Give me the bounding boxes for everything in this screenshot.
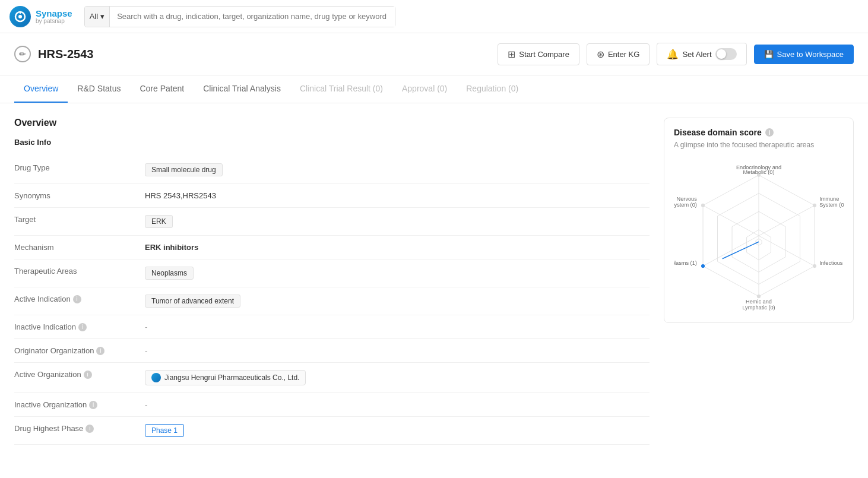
tab-core-patent[interactable]: Core Patent (131, 75, 194, 103)
kg-icon: ⊛ (597, 49, 604, 60)
inactive-org-info-icon[interactable]: i (89, 401, 97, 409)
svg-text:System (0): System (0) (674, 202, 697, 208)
disease-panel-desc: A glimpse into the focused therapeutic a… (674, 141, 844, 149)
field-drug-type: Drug Type Small molecule drug (14, 156, 650, 184)
label-target: Target (14, 215, 145, 224)
alert-toggle[interactable] (715, 48, 737, 60)
top-nav: Synapse by patsnap All ▾ (0, 0, 868, 33)
value-active-org: Jiangsu Hengrui Pharmaceuticals Co., Ltd… (145, 370, 306, 385)
save-label: Save to Workspace (777, 50, 844, 59)
field-originator-org: Originator Organization i - (14, 339, 650, 363)
tab-overview[interactable]: Overview (14, 75, 68, 103)
disease-panel-title: Disease domain score i (674, 128, 844, 137)
value-drug-highest-phase: Phase 1 (145, 424, 184, 437)
field-active-indication: Active Indication i Tumor of advanced ex… (14, 287, 650, 315)
save-to-workspace-button[interactable]: 💾 Save to Workspace (754, 45, 854, 64)
drug-title-area: ✏ HRS-2543 (14, 46, 93, 62)
svg-marker-11 (723, 242, 759, 259)
svg-point-13 (813, 204, 816, 207)
label-inactive-indication: Inactive Indication i (14, 322, 145, 331)
inactive-indication-info-icon[interactable]: i (78, 323, 87, 331)
field-mechanism: Mechanism ERK inhibitors (14, 236, 650, 259)
tab-regulation: Regulation (0) (457, 75, 528, 103)
target-tag: ERK (145, 215, 173, 228)
logo-sub: by patsnap (36, 18, 72, 24)
drug-name: HRS-2543 (38, 48, 93, 61)
logo-name: Synapse (36, 9, 72, 18)
drug-phase-tag: Phase 1 (145, 424, 184, 437)
chevron-down-icon: ▾ (100, 12, 104, 21)
field-synonyms: Synonyms HRS 2543,HRS2543 (14, 184, 650, 208)
enter-kg-label: Enter KG (608, 50, 639, 59)
tab-rd-status[interactable]: R&D Status (68, 75, 130, 103)
field-inactive-org: Inactive Organization i - (14, 393, 650, 417)
main-content: Overview Basic Info Drug Type Small mole… (0, 103, 868, 459)
set-alert-label: Set Alert (682, 50, 711, 59)
search-filter-container: All ▾ (84, 6, 395, 27)
value-mechanism: ERK inhibitors (145, 243, 198, 252)
originator-org-info-icon[interactable]: i (96, 347, 104, 355)
tab-bar: Overview R&D Status Core Patent Clinical… (0, 75, 868, 103)
therapeutic-area-tag: Neoplasms (145, 267, 194, 280)
value-target: ERK (145, 215, 173, 228)
active-indication-tag: Tumor of advanced extent (145, 295, 240, 308)
active-indication-info-icon[interactable]: i (73, 295, 81, 303)
disease-panel-info-icon[interactable]: i (765, 128, 774, 137)
drug-highest-phase-info-icon[interactable]: i (85, 425, 94, 433)
disease-panel-title-text: Disease domain score (674, 128, 762, 137)
drug-edit-icon[interactable]: ✏ (14, 46, 31, 62)
label-drug-highest-phase: Drug Highest Phase i (14, 424, 145, 433)
logo-area: Synapse by patsnap (9, 6, 72, 27)
disease-domain-panel: Disease domain score i A glimpse into th… (664, 118, 854, 323)
svg-text:Nervous: Nervous (677, 196, 698, 202)
value-synonyms: HRS 2543,HRS2543 (145, 191, 216, 200)
field-inactive-indication: Inactive Indication i - (14, 315, 650, 339)
label-active-org: Active Organization i (14, 370, 145, 379)
label-originator-org: Originator Organization i (14, 346, 145, 355)
svg-text:Immune: Immune (819, 196, 839, 202)
filter-value: All (90, 12, 98, 21)
org-logo-icon (151, 373, 161, 382)
field-active-org: Active Organization i Jiangsu Hengrui Ph… (14, 363, 650, 393)
label-therapeutic-areas: Therapeutic Areas (14, 267, 145, 276)
overview-section: Overview Basic Info Drug Type Small mole… (14, 118, 650, 445)
start-compare-button[interactable]: ⊞ Start Compare (498, 43, 579, 65)
svg-text:Metabolic (0): Metabolic (0) (743, 169, 774, 175)
drug-type-tag: Small molecule drug (145, 163, 223, 176)
search-input[interactable] (110, 7, 395, 27)
field-target: Target ERK (14, 208, 650, 236)
svg-text:Neoplasms (1): Neoplasms (1) (674, 260, 697, 266)
label-drug-type: Drug Type (14, 163, 145, 172)
label-synonyms: Synonyms (14, 191, 145, 200)
radar-chart-svg: Endocrinology and Metabolic (0) Immune S… (674, 159, 844, 313)
save-icon: 💾 (764, 50, 774, 59)
tab-approval: Approval (0) (392, 75, 457, 103)
value-drug-type: Small molecule drug (145, 163, 223, 176)
svg-point-16 (701, 264, 705, 268)
field-therapeutic-areas: Therapeutic Areas Neoplasms (14, 259, 650, 287)
value-originator-org: - (145, 346, 147, 355)
svg-text:Lymphatic (0): Lymphatic (0) (742, 305, 775, 311)
svg-point-17 (701, 204, 705, 207)
svg-point-1 (18, 15, 22, 18)
alert-icon: 🔔 (667, 49, 679, 60)
label-inactive-org: Inactive Organization i (14, 400, 145, 409)
active-org-info-icon[interactable]: i (84, 371, 92, 379)
enter-kg-button[interactable]: ⊛ Enter KG (587, 43, 650, 65)
radar-chart-container: Endocrinology and Metabolic (0) Immune S… (674, 159, 844, 313)
svg-text:Infectious (0): Infectious (0) (819, 260, 844, 266)
drug-actions: ⊞ Start Compare ⊛ Enter KG 🔔 Set Alert 💾… (498, 43, 854, 65)
tab-clinical-trial-analysis[interactable]: Clinical Trial Analysis (194, 75, 290, 103)
label-mechanism: Mechanism (14, 243, 145, 252)
value-therapeutic-areas: Neoplasms (145, 267, 194, 280)
search-filter-select[interactable]: All ▾ (85, 7, 110, 27)
svg-point-14 (813, 264, 816, 268)
compare-icon: ⊞ (508, 49, 515, 60)
value-inactive-indication: - (145, 322, 147, 331)
svg-text:System (0): System (0) (819, 202, 844, 208)
logo-text: Synapse by patsnap (36, 9, 72, 24)
logo-icon (9, 6, 31, 27)
basic-info-title: Basic Info (14, 138, 650, 147)
active-org-tag[interactable]: Jiangsu Hengrui Pharmaceuticals Co., Ltd… (145, 370, 306, 385)
drug-header: ✏ HRS-2543 ⊞ Start Compare ⊛ Enter KG 🔔 … (0, 33, 868, 75)
